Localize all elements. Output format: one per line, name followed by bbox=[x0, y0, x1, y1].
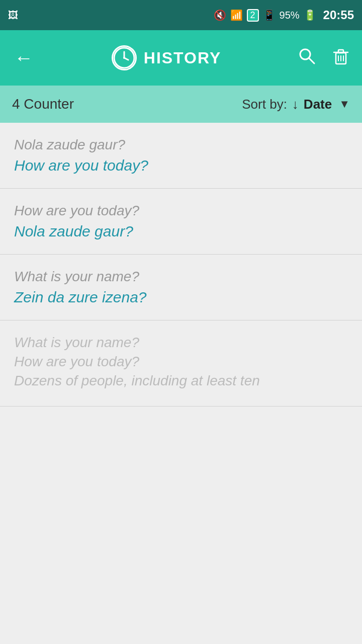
time-display: 20:55 bbox=[323, 8, 354, 22]
history-item-original: How are you today? bbox=[14, 203, 348, 219]
history-item[interactable]: What is your name? Zein da zure izena? bbox=[0, 255, 362, 320]
sort-value: Date bbox=[304, 97, 332, 112]
app-bar-actions bbox=[296, 45, 352, 71]
status-bar-left: 🖼 bbox=[8, 10, 18, 21]
history-counter: 4 Counter bbox=[12, 96, 242, 112]
clock-icon bbox=[112, 45, 137, 70]
image-icon: 🖼 bbox=[8, 10, 18, 21]
app-bar-title: HISTORY bbox=[144, 49, 221, 67]
history-item-line-2: How are you today? bbox=[14, 354, 348, 370]
search-button[interactable] bbox=[296, 45, 318, 71]
svg-rect-8 bbox=[338, 50, 343, 53]
history-item[interactable]: Nola zaude gaur? How are you today? bbox=[0, 123, 362, 189]
sort-dropdown-icon[interactable]: ▼ bbox=[339, 98, 350, 111]
app-bar: ← HISTORY bbox=[0, 30, 362, 86]
mute-icon: 🔇 bbox=[214, 9, 226, 21]
svg-point-3 bbox=[123, 57, 125, 59]
sort-control[interactable]: Sort by: ↓ Date ▼ bbox=[242, 97, 350, 112]
history-item-line-1: What is your name? bbox=[14, 335, 348, 351]
back-button[interactable]: ← bbox=[10, 43, 37, 73]
sim-badge: 2 bbox=[247, 9, 259, 22]
status-bar: 🖼 🔇 📶 2 📱 95% 🔋 20:55 bbox=[0, 0, 362, 30]
history-item-translated: Nola zaude gaur? bbox=[14, 223, 348, 240]
delete-button[interactable] bbox=[330, 45, 352, 71]
battery-icon: 🔋 bbox=[304, 9, 316, 21]
filter-bar: 4 Counter Sort by: ↓ Date ▼ bbox=[0, 86, 362, 123]
history-list: Nola zaude gaur? How are you today? How … bbox=[0, 123, 362, 407]
signal-icon: 📱 bbox=[263, 9, 276, 21]
history-item-original: What is your name? bbox=[14, 269, 348, 285]
history-item-translated: How are you today? bbox=[14, 157, 348, 174]
app-bar-title-container: HISTORY bbox=[45, 45, 288, 70]
history-item[interactable]: How are you today? Nola zaude gaur? bbox=[0, 189, 362, 255]
history-item-multi[interactable]: What is your name? How are you today? Do… bbox=[0, 320, 362, 407]
battery-level: 95% bbox=[280, 10, 300, 21]
sort-by-label: Sort by: bbox=[242, 97, 287, 112]
svg-line-5 bbox=[309, 58, 314, 63]
wifi-icon: 📶 bbox=[230, 9, 243, 21]
status-bar-right: 🔇 📶 2 📱 95% 🔋 20:55 bbox=[214, 8, 354, 22]
history-item-original: Nola zaude gaur? bbox=[14, 137, 348, 153]
history-item-translated: Zein da zure izena? bbox=[14, 289, 348, 306]
sort-direction-icon: ↓ bbox=[292, 97, 299, 112]
history-item-line-3: Dozens of people, including at least ten bbox=[14, 373, 348, 389]
